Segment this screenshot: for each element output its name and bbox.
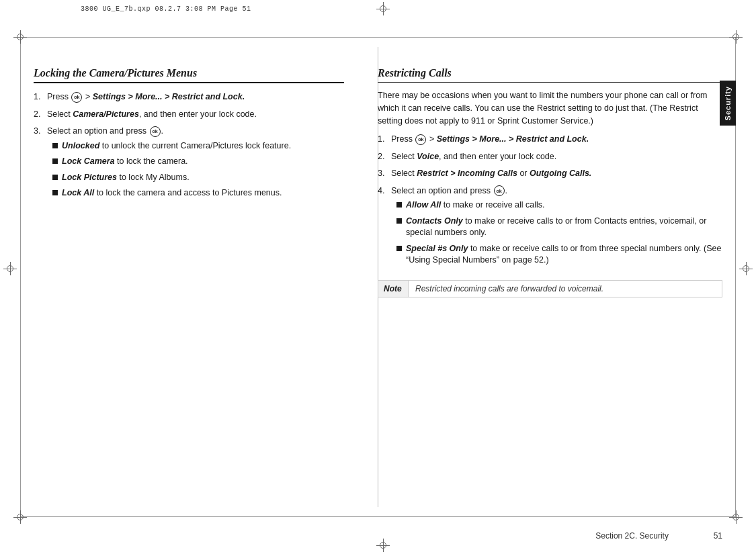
left-step-1-bold: Settings > More... > Restrict and Lock. (93, 92, 245, 101)
right-bullet-2-text: Contacts Only to make or receive calls t… (406, 216, 722, 239)
left-section-heading: Locking the Camera/Pictures Menus (34, 67, 344, 79)
menu-icon-4: ok (494, 185, 505, 196)
left-step-2-content: Select Camera/Pictures, and then enter y… (47, 109, 344, 121)
bullet-square-icon (396, 202, 402, 207)
left-step-1-num: 1. (34, 91, 47, 103)
right-bullet-list: Allow All to make or receive all calls. … (391, 199, 722, 267)
right-intro-text: There may be occasions when you want to … (378, 89, 722, 127)
menu-icon-3: ok (415, 134, 426, 145)
right-step-4: 4. Select an option and press ok. Allow … (378, 185, 722, 271)
menu-icon-1: ok (71, 92, 82, 103)
print-header: 3800 UG_E_7b.qxp 08.2.7 3:08 PM Page 51 (81, 5, 251, 13)
right-step-1-content: Press ok > Settings > More... > Restrict… (391, 134, 722, 146)
content-area: Locking the Camera/Pictures Menus 1. Pre… (34, 47, 722, 507)
right-step-2-num: 2. (378, 151, 391, 163)
right-step-1-bold: Settings > More... > Restrict and Lock. (437, 134, 589, 144)
right-bullet-1-text: Allow All to make or receive all calls. (406, 199, 545, 212)
bullet-square-icon (52, 175, 58, 180)
bullet-square-icon (396, 246, 402, 251)
bullet-square-icon (396, 218, 402, 224)
right-step-3-num: 3. (378, 168, 391, 180)
bullet-square-icon (52, 143, 58, 148)
left-bullet-list: Unlocked to unlock the current Camera/Pi… (47, 140, 344, 199)
crosshair-right-mid (739, 262, 753, 275)
page-border-bottom (20, 516, 736, 517)
left-step-1-content: Press ok > Settings > More... > Restrict… (47, 91, 344, 103)
left-bullet-3: Lock Pictures to lock My Albums. (47, 172, 344, 184)
right-bullet-1: Allow All to make or receive all calls. (391, 199, 722, 212)
right-step-1: 1. Press ok > Settings > More... > Restr… (378, 134, 722, 146)
right-bullet-3: Special #s Only to make or receive calls… (391, 243, 722, 267)
right-step-2-content: Select Voice, and then enter your lock c… (391, 151, 722, 163)
left-bullet-2-text: Lock Camera to lock the camera. (62, 156, 188, 168)
crosshair-bottom-left (13, 510, 27, 524)
left-step-2-bold: Camera/Pictures (73, 109, 139, 119)
right-step-4-num: 4. (378, 185, 391, 271)
left-step-3-content: Select an option and press ok. Unlocked … (47, 126, 344, 203)
left-step-2: 2. Select Camera/Pictures, and then ente… (34, 109, 344, 121)
right-step-4-content: Select an option and press ok. Allow All… (391, 185, 722, 271)
right-step-2-bold: Voice (417, 152, 439, 161)
footer-page-number: 51 (714, 531, 722, 541)
left-steps-list: 1. Press ok > Settings > More... > Restr… (34, 91, 344, 203)
note-content: Restricted incoming calls are forwarded … (409, 281, 610, 297)
right-step-3-bold2: Outgoing Calls. (530, 169, 591, 178)
crosshair-top-right (729, 30, 743, 44)
crosshair-top-left (13, 30, 27, 44)
page-footer: Section 2C. Security 51 (34, 531, 722, 541)
right-step-2: 2. Select Voice, and then enter your loc… (378, 151, 722, 163)
left-bullet-1: Unlocked to unlock the current Camera/Pi… (47, 140, 344, 152)
crosshair-center-top (376, 2, 390, 15)
right-steps-list: 1. Press ok > Settings > More... > Restr… (378, 134, 722, 271)
note-box: Note Restricted incoming calls are forwa… (378, 280, 722, 297)
page-border-left (20, 37, 21, 517)
right-column: Restricting Calls There may be occasions… (364, 47, 722, 507)
right-bullet-3-text: Special #s Only to make or receive calls… (406, 243, 722, 267)
right-section-divider (378, 82, 722, 83)
left-bullet-2: Lock Camera to lock the camera. (47, 156, 344, 168)
left-column: Locking the Camera/Pictures Menus 1. Pre… (34, 47, 364, 507)
left-bullet-4-text: Lock All to lock the camera and access t… (62, 187, 282, 199)
left-section-divider (34, 82, 344, 83)
bullet-square-icon (52, 190, 58, 195)
menu-icon-2: ok (150, 126, 161, 137)
right-step-3: 3. Select Restrict > Incoming Calls or O… (378, 168, 722, 180)
left-bullet-3-text: Lock Pictures to lock My Albums. (62, 172, 190, 184)
footer-section-text: Section 2C. Security (595, 531, 669, 541)
crosshair-left-mid (3, 262, 17, 275)
left-step-3-num: 3. (34, 126, 47, 203)
right-step-1-num: 1. (378, 134, 391, 146)
right-step-3-content: Select Restrict > Incoming Calls or Outg… (391, 168, 722, 180)
crosshair-center-bottom (376, 539, 390, 552)
bullet-square-icon (52, 158, 58, 164)
right-section-heading: Restricting Calls (378, 67, 722, 79)
crosshair-bottom-right (729, 510, 743, 524)
note-label: Note (378, 281, 409, 297)
left-bullet-4: Lock All to lock the camera and access t… (47, 187, 344, 199)
right-bullet-2: Contacts Only to make or receive calls t… (391, 216, 722, 239)
security-tab-label: Security (724, 86, 732, 120)
left-step-1: 1. Press ok > Settings > More... > Restr… (34, 91, 344, 103)
right-step-3-bold: Restrict > Incoming Calls (417, 169, 517, 178)
left-step-2-num: 2. (34, 109, 47, 121)
page-border-top (20, 37, 736, 38)
left-bullet-1-text: Unlocked to unlock the current Camera/Pi… (62, 140, 291, 152)
left-step-3: 3. Select an option and press ok. Unlock… (34, 126, 344, 203)
